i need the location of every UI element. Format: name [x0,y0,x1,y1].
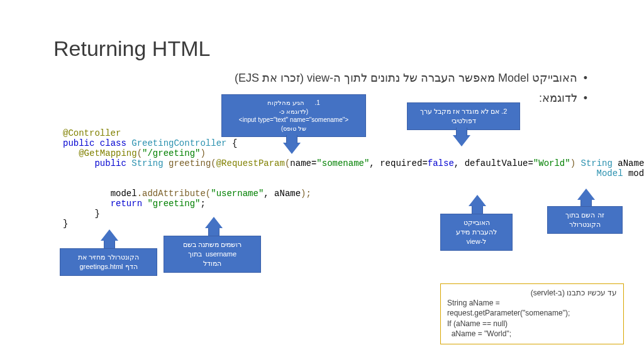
code-eq: = [528,158,533,168]
callout-default-value: 2. אם לא מוגדר אז מקבל ערך דפולטיבי [407,102,520,130]
bullet-2: •לדוגמא: [539,91,587,105]
callout-5-line2: username בתוך [169,250,255,259]
code-string: "World" [533,158,570,168]
code-comma: , [454,158,459,168]
code-false: false [428,158,454,168]
code-semi: ; [200,199,205,209]
callout-4-line3: ל-view [446,237,507,246]
code-brace: } [63,219,68,229]
code-kw-class: class [100,138,126,148]
code-var: model [628,168,644,178]
code-method: greeting [169,158,211,168]
code-brace: } [94,209,99,219]
code-string: "somename" [316,158,369,168]
code-string: "greeting" [147,199,200,209]
code-comma: , [369,158,374,168]
code-annotation-controller: @Controller [63,128,121,138]
code-class-name: GreetingController [131,138,226,148]
code-string: "username" [211,189,264,199]
code-kw-return: return [111,199,142,209]
callout-1-line3: <input type="text" name="somename"> [227,116,360,124]
code-var: aName [618,158,644,168]
code-kw-public: public [63,138,94,148]
servlet-comparison-box: עד עכשיו כתבנו (ב-servlet) String aName … [440,283,624,344]
servlet-line-3: aName = "World"; [447,329,617,339]
bullet-1: •האובייקט Model מאפשר העברה של נתונים לת… [65,71,587,85]
code-param-default: defaultValue [465,158,528,168]
callout-return-page: הקונטרולר מחזיר את הדף greetings.html [60,248,157,276]
callout-6-line2: הדף greetings.html [65,262,152,272]
callout-6-line1: הקונטרולר מחזיר את [65,253,152,262]
code-type: String [131,158,163,168]
callout-1-line1: 1. הגיע מהלקוח [227,99,360,107]
bullet-2-text: לדוגמא: [539,92,577,104]
code-brace: { [232,138,237,148]
code-param-name: name [290,158,311,168]
callout-register-variable: רושמים משתנה בשם username בתוך המודל [164,236,261,273]
code-var: model [111,189,137,199]
slide-title: Returning HTML [53,36,210,61]
servlet-line-2: If (aName == null) [447,319,617,329]
code-param-required: required [380,158,422,168]
code-paren: ) [200,148,205,158]
code-eq: = [422,158,427,168]
callout-4-line2: להעברת מידע [446,228,507,237]
code-annotation-getmapping: @GetMapping [79,148,136,158]
servlet-header: עד עכשיו כתבנו (ב-servlet) [447,288,617,298]
servlet-line-1: String aName = request.getParameter("som… [447,298,617,318]
code-paren: ( [211,158,216,168]
arrow-up-icon [101,229,118,241]
code-paren: ( [137,148,142,158]
code-block: @Controller public class GreetingControl… [63,128,644,229]
code-call: .addAttribute [137,189,206,199]
callout-5-line1: רושמים משתנה בשם [169,240,255,250]
callout-2-line1: 2. אם לא מוגדר אז מקבל ערך [413,107,514,116]
code-string: "/greeting" [142,148,200,158]
callout-5-line3: המודל [169,259,255,268]
code-paren: ); [301,189,311,199]
code-annotation-requestparam: @RequestParam [216,158,285,168]
callout-1-line2: (לדוגמא כ- [227,107,360,116]
code-kw-public: public [94,158,126,168]
code-type: Model [597,168,623,178]
code-type: String [580,158,612,168]
code-paren: ( [206,189,211,199]
code-arg: , aName [264,189,301,199]
code-paren: ) [570,158,575,168]
callout-2-line2: דפולטיבי [413,116,514,126]
bullet-1-text: האובייקט Model מאפשר העברה של נתונים לתו… [235,72,577,84]
